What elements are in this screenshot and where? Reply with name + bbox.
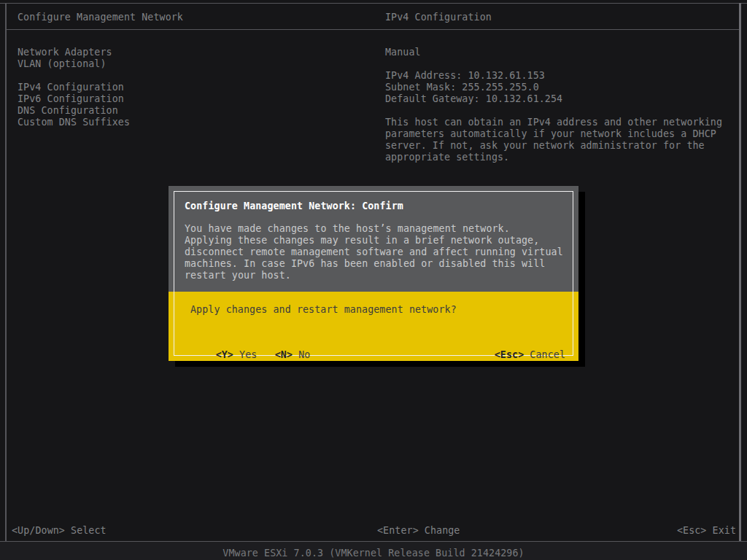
menu-item-network-adapters[interactable]: Network Adapters — [18, 47, 112, 58]
select-key-hint: <Up/Down> Select — [12, 525, 107, 537]
menu-item-ipv4-configuration[interactable]: IPv4 Configuration — [18, 82, 124, 93]
yes-option-label: Yes — [233, 349, 257, 360]
dialog-title: Configure Management Network: Confirm — [185, 201, 403, 212]
dhcp-description-line: parameters automatically if your network… — [385, 128, 716, 140]
frame-left-line — [5, 3, 7, 541]
default-gateway-value: Default Gateway: 10.132.61.254 — [385, 93, 562, 105]
yes-option[interactable]: <Y> Yes — [216, 349, 258, 360]
dcui-screen: Configure Management Network IPv4 Config… — [0, 0, 747, 560]
no-option[interactable]: <N> No — [275, 349, 311, 360]
ipv4-address-value: IPv4 Address: 10.132.61.153 — [385, 70, 545, 82]
menu-item-ipv6-configuration[interactable]: IPv6 Configuration — [18, 93, 124, 105]
yes-key-hint: <Y> — [216, 349, 233, 360]
dialog-body-line: disconnect remote management software an… — [185, 246, 563, 258]
dialog-body-line: machines. In case IPv6 has been enabled … — [185, 258, 545, 270]
no-key-hint: <N> — [275, 349, 293, 360]
no-option-label: No — [293, 349, 310, 360]
header-separator-line — [6, 29, 739, 30]
esxi-version-text: VMware ESXi 7.0.3 (VMKernel Release Buil… — [0, 548, 747, 559]
section-title: IPv4 Configuration — [385, 12, 492, 23]
page-title: Configure Management Network — [18, 12, 183, 23]
confirm-dialog: Configure Management Network: Confirm Yo… — [169, 186, 578, 361]
cancel-option-label: Cancel — [524, 349, 565, 360]
menu-item-custom-dns-suffixes[interactable]: Custom DNS Suffixes — [18, 117, 130, 128]
frame-top-line — [0, 3, 747, 4]
dialog-body-line: restart your host. — [185, 270, 291, 281]
menu-item-vlan[interactable]: VLAN (optional) — [18, 58, 107, 70]
dhcp-description-line: This host can obtain an IPv4 address and… — [385, 117, 722, 128]
esc-key-hint: <Esc> — [495, 349, 525, 360]
exit-key-hint: <Esc> Exit — [677, 525, 736, 537]
dhcp-description-line: appropriate settings. — [385, 152, 509, 163]
subnet-mask-value: Subnet Mask: 255.255.255.0 — [385, 82, 539, 93]
change-key-hint: <Enter> Change — [377, 525, 460, 537]
dhcp-description-line: server. If not, ask your network adminis… — [385, 140, 705, 152]
dialog-body-line: Applying these changes may result in a b… — [185, 235, 539, 246]
ipv4-mode-value: Manual — [385, 47, 421, 58]
option-gap — [257, 349, 274, 360]
frame-right-line — [739, 3, 741, 541]
cancel-option[interactable]: <Esc> Cancel — [459, 338, 565, 373]
menu-item-dns-configuration[interactable]: DNS Configuration — [18, 105, 118, 117]
dialog-body-line: You have made changes to the host’s mana… — [185, 223, 510, 235]
dialog-key-options: <Y> Yes <N> No — [180, 338, 310, 373]
dialog-question: Apply changes and restart management net… — [190, 304, 457, 316]
